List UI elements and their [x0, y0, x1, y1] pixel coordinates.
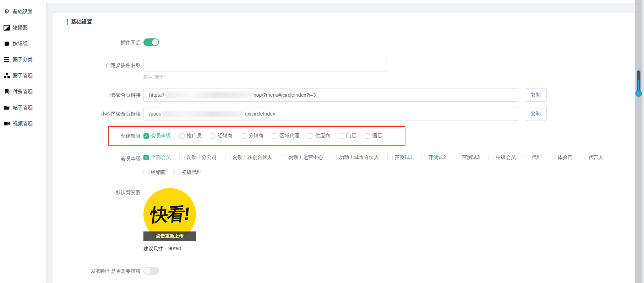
checkbox-label: 经销商	[151, 169, 166, 176]
sidebar-item[interactable]: 视频管理	[0, 116, 46, 132]
page-title: 基础设置	[71, 18, 92, 25]
sidebar-item[interactable]: 帖子管理	[0, 100, 46, 116]
checkbox-option[interactable]: 推广员	[179, 133, 202, 139]
censored-text	[162, 111, 244, 117]
scrollbar-edge	[642, 0, 644, 283]
checkbox-option[interactable]: 会员等级	[143, 133, 171, 139]
checkbox-option[interactable]: 中级会员	[488, 154, 515, 161]
checkbox-icon	[225, 155, 230, 160]
sidebar-item-label: 帖子管理	[13, 105, 33, 111]
checkbox-label: 勿动！城市合伙人	[339, 154, 379, 161]
sidebar-item-label: 圈子管理	[13, 73, 33, 79]
mini-link-prefix: /pack	[149, 111, 161, 117]
h5-copy-button[interactable]: 复制	[525, 88, 547, 102]
checkbox-icon	[524, 155, 529, 160]
checkbox-option[interactable]: 勿动！分公司	[179, 154, 217, 161]
checkbox-icon	[455, 155, 460, 160]
field-label: H5聚合页链接	[67, 91, 141, 98]
mouse-cursor-icon	[635, 90, 642, 97]
checkbox-icon	[210, 133, 215, 139]
mini-link-suffix: ex/circleIndex	[245, 111, 275, 117]
checkbox-label: 勿动！联创合伙人	[233, 154, 272, 161]
checkbox-option[interactable]: 勿动！运营中心	[281, 154, 323, 161]
checkbox-option[interactable]: 初级代理	[174, 169, 202, 176]
top-strip	[0, 0, 644, 3]
field-label: 发布圈子是否需要审核	[67, 267, 141, 274]
audit-switch-row: 发布圈子是否需要审核	[67, 267, 636, 275]
sidebar-item[interactable]: 圈子分类	[0, 52, 46, 68]
checkbox-option[interactable]: 门店	[339, 133, 356, 139]
size-hint: 建议尺寸：90*90	[143, 246, 196, 252]
checkbox-option[interactable]: 萍测试2	[421, 154, 446, 161]
checkbox-option[interactable]: 体验官	[550, 154, 572, 161]
plugin-name-input[interactable]	[143, 58, 387, 71]
checkbox-icon	[332, 155, 337, 160]
checkbox-icon	[143, 133, 149, 139]
section-title: 基础设置	[67, 18, 636, 25]
bg-image-wrap: 快看! 点击重新上传	[143, 188, 196, 241]
checkbox-option[interactable]: 区域代理	[272, 133, 299, 139]
field-label: 创建权限	[67, 132, 141, 139]
checkbox-option[interactable]: 代理	[524, 154, 541, 161]
checkbox-option[interactable]: 酒店	[365, 133, 382, 139]
checkbox-option[interactable]: 萍测试1	[387, 154, 413, 161]
audit-required-toggle[interactable]	[143, 267, 159, 275]
checkbox-option[interactable]: 经销商	[210, 133, 233, 139]
checkbox-label: 分销商	[249, 133, 263, 139]
checkbox-label: 推广员	[187, 133, 202, 139]
checkbox-label: 经销商	[218, 133, 233, 139]
plugin-name-row: 自定义插件名称 默认"圈子"	[67, 58, 636, 80]
checkbox-label: 代言人	[588, 154, 603, 161]
mini-copy-button[interactable]: 复制	[525, 107, 547, 121]
checkbox-icon	[179, 133, 185, 139]
reupload-button[interactable]: 点击重新上传	[143, 231, 196, 241]
mini-link-input[interactable]: /pack ex/circleIndex	[143, 107, 519, 121]
checkbox-icon	[143, 170, 149, 175]
checkbox-option[interactable]: 代言人	[581, 154, 603, 161]
title-accent-bar	[67, 19, 68, 25]
h5-link-input[interactable]: https:// hop/?menu#/circleIndex?i=3	[143, 88, 519, 102]
sidebar-item[interactable]: 圈子管理	[0, 68, 46, 84]
scrollbar-track[interactable]	[635, 0, 643, 283]
checkbox-label: 供应商	[315, 133, 330, 139]
checkbox-option[interactable]: 萍测试3	[455, 154, 480, 161]
sidebar-item[interactable]: 按钮组	[0, 36, 46, 52]
checkbox-icon	[339, 133, 344, 139]
create-permission-row: 创建权限 会员等级 推广员 经销商	[67, 132, 636, 139]
plugin-enable-toggle[interactable]	[143, 38, 159, 46]
checkbox-label: 酒店	[372, 133, 382, 139]
field-label: 默认背景图	[67, 188, 141, 196]
checkbox-option[interactable]: 勿动！城市合伙人	[332, 154, 379, 161]
create-permission-options: 会员等级 推广员 经销商 分销商	[143, 133, 382, 139]
plugin-switch-row: 插件开启	[67, 38, 636, 46]
checkbox-label: 中级会员	[496, 154, 515, 161]
member-level-options: 全部会员 勿动！分公司 勿动！联创合伙人 勿动！运营中心	[143, 154, 619, 176]
bookmark-icon	[4, 89, 10, 95]
checkbox-icon	[281, 155, 286, 160]
field-label: 自定义插件名称	[67, 58, 141, 69]
member-levels-row: 会员等级 全部会员 勿动！分公司 勿动！联创合伙人	[67, 154, 636, 176]
checkbox-option[interactable]: 分销商	[241, 133, 263, 139]
checkbox-option[interactable]: 全部会员	[143, 154, 171, 161]
field-label: 会员等级	[67, 154, 141, 162]
mini-link-row: 小程序聚合页链接 /pack ex/circleIndex 复制	[67, 107, 636, 121]
sidebar-item[interactable]: 付费管理	[0, 84, 46, 100]
checkbox-label: 勿动！分公司	[187, 154, 217, 161]
checkbox-icon	[581, 155, 586, 160]
checkbox-icon	[550, 155, 555, 160]
checkbox-label: 体验官	[557, 154, 572, 161]
checkbox-option[interactable]: 经销商	[143, 169, 166, 176]
checkbox-label: 全部会员	[151, 154, 171, 161]
folder-icon	[4, 105, 10, 111]
h5-link-prefix: https://	[149, 92, 164, 98]
checkbox-option[interactable]: 供应商	[308, 133, 330, 139]
sidebar: 基础设置 轮播图 按钮组 圈子分类 圈子管理 付费管理 帖子管理	[0, 0, 46, 283]
checkbox-option[interactable]: 勿动！联创合伙人	[225, 154, 272, 161]
checkbox-icon	[272, 133, 277, 139]
field-label: 插件开启	[67, 39, 141, 46]
sidebar-item[interactable]: 轮播图	[0, 20, 46, 36]
checkbox-icon	[174, 170, 180, 175]
sidebar-item[interactable]: 基础设置	[0, 4, 46, 20]
checkbox-icon	[143, 155, 149, 160]
sidebar-item-label: 付费管理	[13, 89, 33, 95]
